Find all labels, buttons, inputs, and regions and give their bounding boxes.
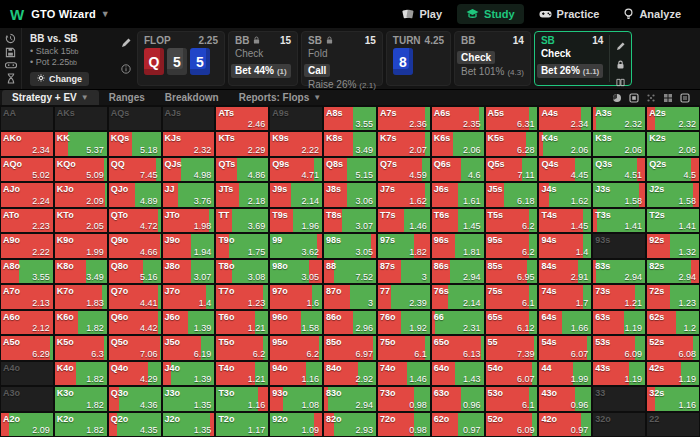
action-check[interactable]: Check bbox=[541, 47, 603, 60]
matrix-cell[interactable]: Q7o4.41 bbox=[109, 285, 161, 308]
matrix-cell[interactable]: Q3s4.51 bbox=[593, 158, 645, 181]
matrix-cell[interactable]: A5s6.31 bbox=[486, 107, 538, 130]
nav-study[interactable]: Study bbox=[457, 4, 524, 24]
matrix-cell[interactable]: 54o6.07 bbox=[486, 362, 538, 385]
matrix-cell[interactable]: AA bbox=[1, 107, 53, 130]
matrix-cell[interactable]: 441.99 bbox=[539, 362, 591, 385]
matrix-cell[interactable]: 94s1.4 bbox=[539, 234, 591, 257]
matrix-cell[interactable]: 97o1.6 bbox=[270, 285, 322, 308]
matrix-cell[interactable]: J8s3.06 bbox=[324, 183, 376, 206]
matrix-cell[interactable]: J7o1.4 bbox=[163, 285, 215, 308]
matrix-cell[interactable]: AQo5.02 bbox=[1, 158, 53, 181]
matrix-cell[interactable]: Q9o4.66 bbox=[109, 234, 161, 257]
matrix-cell[interactable]: 94o1.16 bbox=[270, 362, 322, 385]
matrix-cell[interactable]: 92s1.32 bbox=[647, 234, 699, 257]
matrix-cell[interactable]: ATs2.46 bbox=[216, 107, 268, 130]
tab-breakdown[interactable]: Breakdown bbox=[155, 91, 229, 104]
matrix-cell[interactable]: 74s1.7 bbox=[539, 285, 591, 308]
matrix-cell[interactable]: A8o3.55 bbox=[1, 260, 53, 283]
matrix-cell[interactable]: 72s1.23 bbox=[647, 285, 699, 308]
matrix-cell[interactable]: KK5.37 bbox=[55, 132, 107, 155]
matrix-cell[interactable]: J3o1.35 bbox=[163, 387, 215, 410]
matrix-cell[interactable]: 52o6.09 bbox=[486, 413, 538, 436]
matrix-cell[interactable]: 72o0.98 bbox=[378, 413, 430, 436]
matrix-cell[interactable]: K9s2.22 bbox=[270, 132, 322, 155]
matrix-cell[interactable]: 557.39 bbox=[486, 336, 538, 359]
matrix-cell[interactable]: 93o1.08 bbox=[270, 387, 322, 410]
matrix-cell[interactable]: K3o1.82 bbox=[55, 387, 107, 410]
matrix-cell[interactable]: Q6s4.6 bbox=[432, 158, 484, 181]
matrix-cell[interactable]: J7s1.62 bbox=[378, 183, 430, 206]
matrix-cell[interactable]: KQo5.09 bbox=[55, 158, 107, 181]
matrix-cell[interactable]: K6o1.82 bbox=[55, 311, 107, 334]
matrix-cell[interactable]: 86s2.94 bbox=[432, 260, 484, 283]
dot-view-icon[interactable] bbox=[646, 93, 656, 103]
matrix-cell[interactable]: 97s1.82 bbox=[378, 234, 430, 257]
matrix-cell[interactable]: T2o1.17 bbox=[216, 413, 268, 436]
matrix-cell[interactable]: 54s6.07 bbox=[539, 336, 591, 359]
matrix-cell[interactable]: A5o6.29 bbox=[1, 336, 53, 359]
matrix-cell[interactable]: 53o6.1 bbox=[486, 387, 538, 410]
matrix-cell[interactable]: 772.39 bbox=[378, 285, 430, 308]
matrix-cell[interactable]: Q2o4.35 bbox=[109, 413, 161, 436]
matrix-cell[interactable]: 63o0.96 bbox=[432, 387, 484, 410]
matrix-cell[interactable]: KJo2.09 bbox=[55, 183, 107, 206]
matrix-cell[interactable]: 76s2.14 bbox=[432, 285, 484, 308]
tab-reports-flops[interactable]: Reports: Flops▼ bbox=[229, 91, 331, 104]
matrix-cell[interactable]: Q7s4.59 bbox=[378, 158, 430, 181]
matrix-cell[interactable]: J6o1.39 bbox=[163, 311, 215, 334]
matrix-cell[interactable]: 63s1.19 bbox=[593, 311, 645, 334]
tab-strategy-ev[interactable]: Strategy + EV▼ bbox=[2, 90, 99, 105]
matrix-cell[interactable]: TT3.69 bbox=[216, 209, 268, 232]
matrix-cell[interactable]: 92o1.09 bbox=[270, 413, 322, 436]
history-icon[interactable] bbox=[5, 33, 16, 44]
matrix-cell[interactable]: 64s1.66 bbox=[539, 311, 591, 334]
matrix-cell[interactable]: 93s bbox=[593, 234, 645, 257]
matrix-cell[interactable]: 98s3.05 bbox=[324, 234, 376, 257]
matrix-cell[interactable]: 96s1.81 bbox=[432, 234, 484, 257]
matrix-cell[interactable]: 52s6.08 bbox=[647, 336, 699, 359]
matrix-cell[interactable]: A6o2.12 bbox=[1, 311, 53, 334]
matrix-cell[interactable]: 22 bbox=[647, 413, 699, 436]
matrix-cell[interactable]: 42o0.97 bbox=[539, 413, 591, 436]
matrix-cell[interactable]: 87s3 bbox=[378, 260, 430, 283]
matrix-cell[interactable]: JTs2.18 bbox=[216, 183, 268, 206]
solid-view-icon[interactable] bbox=[629, 93, 639, 103]
matrix-cell[interactable]: A2s2.32 bbox=[647, 107, 699, 130]
matrix-cell[interactable]: 84o2.92 bbox=[324, 362, 376, 385]
matrix-cell[interactable]: AJo2.24 bbox=[1, 183, 53, 206]
matrix-cell[interactable]: QQ7.45 bbox=[109, 158, 161, 181]
action-call[interactable]: Call bbox=[304, 64, 330, 77]
matrix-cell[interactable]: Q3o4.36 bbox=[109, 387, 161, 410]
matrix-cell[interactable]: A4s2.34 bbox=[539, 107, 591, 130]
action-check[interactable]: Check bbox=[235, 47, 291, 60]
matrix-cell[interactable]: Q8s5.15 bbox=[324, 158, 376, 181]
matrix-cell[interactable]: 65o6.13 bbox=[432, 336, 484, 359]
matrix-cell[interactable]: K2s2.06 bbox=[647, 132, 699, 155]
matrix-cell[interactable]: KTs2.29 bbox=[216, 132, 268, 155]
matrix-cell[interactable]: K4o1.82 bbox=[55, 362, 107, 385]
matrix-cell[interactable]: A7s2.36 bbox=[378, 107, 430, 130]
matrix-cell[interactable]: Q6o4.42 bbox=[109, 311, 161, 334]
matrix-cell[interactable]: J4s1.62 bbox=[539, 183, 591, 206]
matrix-cell[interactable]: 95o6.2 bbox=[270, 336, 322, 359]
matrix-cell[interactable]: K7s2.07 bbox=[378, 132, 430, 155]
matrix-cell[interactable]: T4s1.45 bbox=[539, 209, 591, 232]
matrix-cell[interactable]: 83s2.94 bbox=[593, 260, 645, 283]
matrix-cell[interactable]: A8s3.55 bbox=[324, 107, 376, 130]
matrix-cell[interactable]: T9s1.96 bbox=[270, 209, 322, 232]
matrix-cell[interactable]: 96o1.58 bbox=[270, 311, 322, 334]
matrix-cell[interactable]: T8s3.07 bbox=[324, 209, 376, 232]
matrix-cell[interactable]: T7s1.46 bbox=[378, 209, 430, 232]
matrix-cell[interactable]: 85s6.95 bbox=[486, 260, 538, 283]
matrix-cell[interactable]: T6o1.21 bbox=[216, 311, 268, 334]
matrix-cell[interactable]: JJ3.76 bbox=[163, 183, 215, 206]
matrix-cell[interactable]: QJs4.98 bbox=[163, 158, 215, 181]
pencil-icon[interactable] bbox=[616, 37, 625, 55]
matrix-cell[interactable]: AQs bbox=[109, 107, 161, 130]
matrix-cell[interactable]: K2o1.82 bbox=[55, 413, 107, 436]
matrix-cell[interactable]: A4o bbox=[1, 362, 53, 385]
node-turn[interactable]: TURN 4.25 8 bbox=[386, 31, 451, 86]
matrix-cell[interactable]: K5s6.28 bbox=[486, 132, 538, 155]
pie-view-icon[interactable] bbox=[612, 93, 622, 103]
